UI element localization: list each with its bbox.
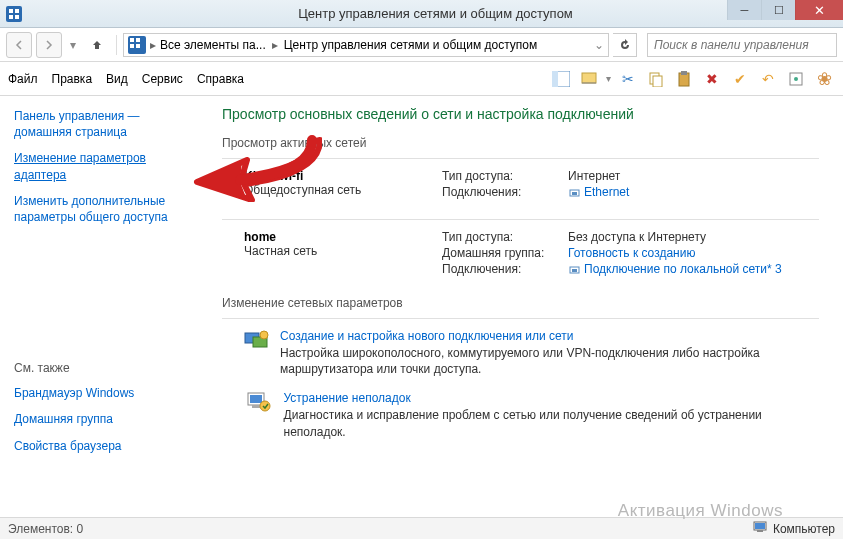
svg-rect-14 [681, 71, 687, 75]
connection-name: Подключение по локальной сети* 3 [584, 262, 782, 276]
svg-rect-25 [250, 395, 262, 403]
status-item-count: Элементов: 0 [8, 522, 83, 536]
setup-connection-link[interactable]: Создание и настройка нового подключения … [280, 329, 819, 343]
svg-rect-12 [653, 76, 662, 87]
connections-link[interactable]: Подключение по локальной сети* 3 [568, 262, 782, 276]
svg-rect-9 [552, 71, 558, 87]
close-button[interactable]: ✕ [795, 0, 843, 20]
sidebar-adapter-link[interactable]: Изменение параметров адаптера [14, 150, 194, 182]
crumb-dropdown[interactable]: ⌄ [594, 38, 604, 52]
access-type-label: Тип доступа: [442, 169, 568, 183]
troubleshoot-icon [244, 391, 274, 421]
sidebar-homegroup-link[interactable]: Домашняя группа [14, 411, 194, 427]
active-networks-label: Просмотр активных сетей [222, 136, 819, 150]
sidebar-see-also: См. также [14, 361, 194, 375]
troubleshoot-row: Устранение неполадок Диагностика и испра… [222, 391, 819, 439]
svg-rect-26 [252, 405, 260, 408]
history-dropdown[interactable]: ▾ [66, 38, 80, 52]
window-buttons: ─ ☐ ✕ [727, 0, 843, 22]
forward-button[interactable] [36, 32, 62, 58]
divider [222, 318, 819, 319]
maximize-button[interactable]: ☐ [761, 0, 795, 20]
ethernet-icon [568, 186, 580, 198]
minimize-button[interactable]: ─ [727, 0, 761, 20]
folder-tree-icon[interactable] [578, 68, 600, 90]
back-button[interactable] [6, 32, 32, 58]
network-name: Kissa wi-fi [244, 169, 442, 183]
menu-help[interactable]: Справка [197, 72, 244, 86]
svg-rect-2 [9, 15, 13, 19]
breadcrumb[interactable]: ▸ Все элементы па... ▸ Центр управления … [123, 33, 609, 57]
svg-rect-4 [130, 38, 134, 42]
connections-link[interactable]: Ethernet [568, 185, 629, 199]
main-content: Просмотр основных сведений о сети и наст… [208, 96, 843, 517]
app-icon [6, 6, 22, 22]
sidebar-browser-link[interactable]: Свойства браузера [14, 438, 194, 454]
view-dropdown[interactable]: ▾ [606, 73, 611, 84]
network-type: Частная сеть [244, 244, 442, 258]
divider [222, 219, 819, 220]
access-type-value: Без доступа к Интернету [568, 230, 706, 244]
svg-rect-1 [15, 9, 19, 13]
sidebar-home-link[interactable]: Панель управления — домашняя страница [14, 108, 194, 140]
paste-icon[interactable] [673, 68, 695, 90]
access-type-value: Интернет [568, 169, 620, 183]
menu-tools[interactable]: Сервис [142, 72, 183, 86]
crumb-all-items[interactable]: Все элементы па... [160, 38, 266, 52]
svg-rect-6 [130, 44, 134, 48]
setup-connection-desc: Настройка широкополосного, коммутируемог… [280, 345, 819, 377]
refresh-button[interactable] [613, 33, 637, 57]
toolbar: ▾ ✂ ✖ ✔ ↶ ❀ [550, 68, 835, 90]
svg-rect-29 [755, 523, 765, 529]
network-settings-label: Изменение сетевых параметров [222, 296, 819, 310]
undo-icon[interactable]: ✔ [729, 68, 751, 90]
window-title: Центр управления сетями и общим доступом [28, 6, 843, 21]
shell-icon[interactable]: ❀ [813, 68, 835, 90]
troubleshoot-link[interactable]: Устранение неполадок [284, 391, 819, 405]
computer-icon [753, 521, 767, 536]
network-name: home [244, 230, 442, 244]
divider [222, 158, 819, 159]
status-bar: Элементов: 0 Компьютер [0, 517, 843, 539]
copy-icon[interactable] [645, 68, 667, 90]
svg-rect-20 [572, 269, 577, 272]
svg-rect-3 [15, 15, 19, 19]
status-location: Компьютер [773, 522, 835, 536]
network-type: Общедоступная сеть [244, 183, 442, 197]
nav-bar: ▾ ▸ Все элементы па... ▸ Центр управлени… [0, 28, 843, 62]
control-panel-icon [128, 36, 146, 54]
connections-label: Подключения: [442, 185, 568, 199]
ethernet-icon [568, 263, 580, 275]
layout-icon[interactable] [550, 68, 572, 90]
crumb-current[interactable]: Центр управления сетями и общим доступом [284, 38, 538, 52]
svg-rect-5 [136, 38, 140, 42]
homegroup-link[interactable]: Готовность к созданию [568, 246, 695, 260]
connection-name: Ethernet [584, 185, 629, 199]
menu-view[interactable]: Вид [106, 72, 128, 86]
menu-bar: Файл Правка Вид Сервис Справка ▾ ✂ ✖ ✔ ↶… [0, 62, 843, 96]
svg-point-27 [260, 401, 270, 411]
properties-icon[interactable] [785, 68, 807, 90]
svg-rect-7 [136, 44, 140, 48]
sidebar-advanced-link[interactable]: Изменить дополнительные параметры общего… [14, 193, 194, 225]
titlebar: Центр управления сетями и общим доступом… [0, 0, 843, 28]
delete-icon[interactable]: ✖ [701, 68, 723, 90]
menu-edit[interactable]: Правка [52, 72, 93, 86]
setup-connection-icon [244, 329, 270, 359]
cut-icon[interactable]: ✂ [617, 68, 639, 90]
network-block-2: home Частная сеть Тип доступа: Без досту… [222, 230, 819, 278]
svg-rect-18 [572, 192, 577, 195]
body: Панель управления — домашняя страница Из… [0, 96, 843, 517]
sidebar-firewall-link[interactable]: Брандмауэр Windows [14, 385, 194, 401]
svg-rect-30 [757, 530, 763, 532]
search-input[interactable] [647, 33, 837, 57]
svg-point-16 [794, 77, 798, 81]
sidebar: Панель управления — домашняя страница Из… [0, 96, 208, 517]
up-button[interactable] [84, 32, 110, 58]
redo-icon[interactable]: ↶ [757, 68, 779, 90]
homegroup-label: Домашняя группа: [442, 246, 568, 260]
divider [116, 35, 117, 55]
svg-point-23 [260, 331, 268, 339]
page-title: Просмотр основных сведений о сети и наст… [222, 106, 819, 122]
menu-file[interactable]: Файл [8, 72, 38, 86]
